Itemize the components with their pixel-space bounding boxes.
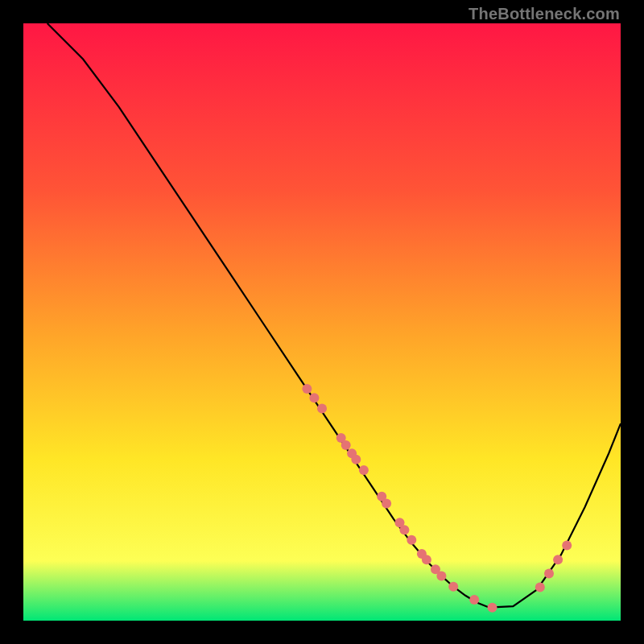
data-point (359, 465, 369, 475)
data-point (535, 582, 545, 592)
data-point (341, 440, 351, 450)
data-point (436, 571, 446, 580)
gradient-background (23, 23, 621, 621)
data-point (422, 555, 431, 564)
data-point (399, 525, 409, 535)
data-point (382, 499, 391, 509)
data-point (469, 595, 479, 605)
chart-canvas (23, 23, 621, 621)
data-point (562, 541, 572, 551)
watermark-label: TheBottleneck.com (469, 5, 620, 23)
data-point (302, 384, 312, 394)
data-point (488, 603, 497, 613)
chart-svg (23, 23, 621, 621)
data-point (309, 393, 319, 402)
data-point (351, 455, 361, 464)
data-point (544, 568, 554, 578)
data-point (553, 555, 563, 564)
data-point (448, 582, 458, 592)
data-point (317, 404, 327, 414)
data-point (407, 535, 416, 545)
